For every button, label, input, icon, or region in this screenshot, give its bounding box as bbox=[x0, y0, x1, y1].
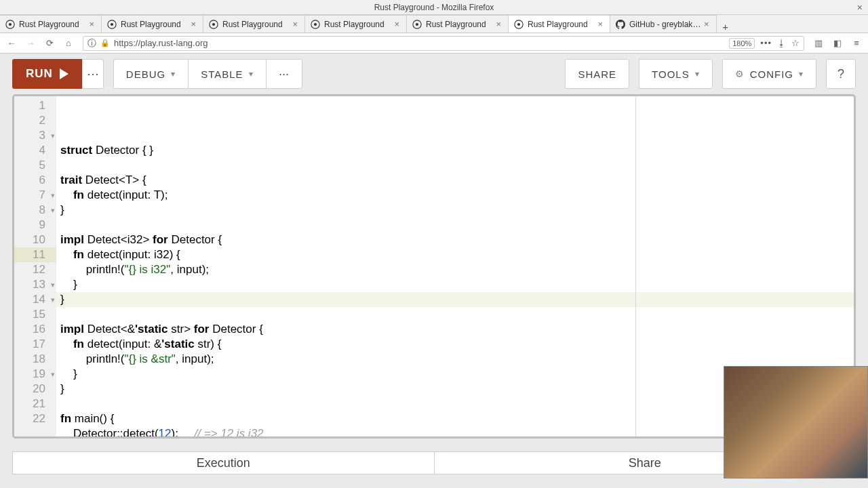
debug-dropdown[interactable]: DEBUG▾ bbox=[113, 59, 189, 89]
run-label: RUN bbox=[26, 67, 53, 81]
home-icon[interactable]: ⌂ bbox=[61, 36, 76, 51]
chevron-down-icon: ▾ bbox=[695, 69, 700, 79]
line-number: 19 bbox=[14, 367, 56, 382]
ruler-guide bbox=[635, 96, 636, 436]
line-number: 16 bbox=[14, 322, 56, 337]
browser-tab[interactable]: Rust Playground× bbox=[0, 15, 102, 33]
code-line[interactable]: impl Detect<&'static str> for Detector { bbox=[56, 322, 854, 337]
browser-tab[interactable]: Rust Playground× bbox=[407, 15, 509, 33]
tools-dropdown[interactable]: TOOLS▾ bbox=[639, 59, 713, 89]
code-line[interactable]: println!("{} is &str", input); bbox=[56, 352, 854, 367]
url-input[interactable]: ⓘ 🔒 https://play.rust-lang.org 180% ••• … bbox=[83, 36, 804, 51]
channel-dropdown[interactable]: STABLE▾ bbox=[189, 59, 266, 89]
line-number-gutter: 12345678910111213141516171819202122 bbox=[14, 96, 56, 436]
line-number: 9 bbox=[14, 218, 56, 232]
rust-icon bbox=[5, 20, 15, 29]
code-line[interactable]: impl Detect<i32> for Detector { bbox=[56, 232, 854, 247]
code-line[interactable]: fn detect(input: T); bbox=[56, 188, 854, 203]
run-options-button[interactable]: ⋯ bbox=[82, 59, 104, 89]
svg-point-9 bbox=[416, 22, 418, 25]
line-number: 22 bbox=[14, 411, 56, 426]
url-text: https://play.rust-lang.org bbox=[114, 38, 725, 48]
sidebar-icon[interactable]: ◧ bbox=[830, 36, 845, 51]
github-icon bbox=[616, 20, 625, 29]
share-button[interactable]: SHARE bbox=[565, 59, 629, 89]
page-actions-icon[interactable]: ••• bbox=[760, 38, 772, 48]
chevron-down-icon: ▾ bbox=[171, 69, 176, 79]
browser-tab[interactable]: Rust Playground× bbox=[305, 15, 407, 33]
browser-tab[interactable]: Rust Playground× bbox=[203, 15, 305, 33]
line-number: 20 bbox=[14, 382, 56, 396]
browser-tab[interactable]: Rust Playground× bbox=[509, 15, 610, 33]
line-number: 18 bbox=[14, 352, 56, 367]
url-bar: ← → ⟳ ⌂ ⓘ 🔒 https://play.rust-lang.org 1… bbox=[0, 33, 868, 54]
close-icon[interactable]: × bbox=[857, 2, 863, 13]
line-number: 15 bbox=[14, 307, 56, 322]
new-tab-button[interactable]: + bbox=[717, 21, 734, 33]
window-title: Rust Playground - Mozilla Firefox bbox=[374, 3, 494, 12]
tab-label: Rust Playground bbox=[324, 20, 384, 29]
rust-icon bbox=[514, 20, 524, 29]
download-icon[interactable]: ⭳ bbox=[777, 38, 786, 48]
forward-icon[interactable]: → bbox=[23, 36, 38, 51]
code-line[interactable]: } bbox=[56, 292, 854, 307]
tab-label: Rust Playground bbox=[426, 20, 486, 29]
library-icon[interactable]: ▥ bbox=[811, 36, 826, 51]
chevron-down-icon: ▾ bbox=[799, 69, 804, 79]
tab-strip: Rust Playground×Rust Playground×Rust Pla… bbox=[0, 15, 868, 33]
code-line[interactable] bbox=[56, 218, 854, 232]
code-line[interactable]: fn detect(input: i32) { bbox=[56, 247, 854, 262]
close-icon[interactable]: × bbox=[703, 19, 711, 29]
tab-label: Rust Playground bbox=[121, 20, 181, 29]
execution-tab[interactable]: Execution bbox=[13, 452, 434, 474]
tab-label: GitHub - greyblake/... bbox=[629, 20, 703, 29]
code-line[interactable]: fn detect(input: &'static str) { bbox=[56, 337, 854, 352]
line-number: 11 bbox=[14, 247, 56, 262]
run-button[interactable]: RUN bbox=[12, 59, 82, 89]
rust-icon bbox=[412, 20, 422, 29]
line-number: 21 bbox=[14, 396, 56, 411]
close-icon[interactable]: × bbox=[87, 19, 96, 29]
play-icon bbox=[60, 68, 68, 79]
line-number: 17 bbox=[14, 337, 56, 352]
line-number: 6 bbox=[14, 173, 56, 188]
line-number: 8 bbox=[14, 203, 56, 218]
browser-tab[interactable]: GitHub - greyblake/...× bbox=[610, 15, 717, 33]
rust-icon bbox=[107, 20, 117, 29]
close-icon[interactable]: × bbox=[291, 19, 299, 29]
webcam-overlay bbox=[724, 366, 868, 479]
bookmark-icon[interactable]: ☆ bbox=[791, 38, 800, 48]
close-icon[interactable]: × bbox=[494, 19, 502, 29]
close-icon[interactable]: × bbox=[189, 19, 197, 29]
code-line[interactable]: trait Detect<T> { bbox=[56, 173, 854, 188]
mode-options-button[interactable]: ⋯ bbox=[267, 59, 302, 89]
code-line[interactable]: struct Detector { } bbox=[56, 143, 854, 158]
code-line[interactable] bbox=[56, 307, 854, 322]
line-number: 10 bbox=[14, 232, 56, 247]
window-titlebar: Rust Playground - Mozilla Firefox × bbox=[0, 0, 868, 15]
svg-point-7 bbox=[314, 22, 317, 25]
help-button[interactable]: ? bbox=[826, 59, 856, 89]
menu-icon[interactable]: ≡ bbox=[849, 36, 864, 51]
back-icon[interactable]: ← bbox=[4, 36, 19, 51]
browser-tab[interactable]: Rust Playground× bbox=[102, 15, 203, 33]
line-number: 7 bbox=[14, 188, 56, 203]
rust-icon bbox=[209, 20, 218, 29]
reload-icon[interactable]: ⟳ bbox=[42, 36, 57, 51]
svg-point-5 bbox=[212, 22, 215, 25]
info-icon[interactable]: ⓘ bbox=[87, 37, 96, 49]
code-line[interactable]: println!("{} is i32", input); bbox=[56, 262, 854, 277]
code-line[interactable]: } bbox=[56, 203, 854, 218]
lock-icon: 🔒 bbox=[100, 39, 110, 47]
close-icon[interactable]: × bbox=[393, 19, 401, 29]
svg-point-3 bbox=[111, 22, 113, 25]
config-dropdown[interactable]: ⚙ CONFIG▾ bbox=[722, 59, 816, 89]
rust-icon bbox=[311, 20, 320, 29]
line-number: 14 bbox=[14, 292, 56, 307]
code-line[interactable] bbox=[56, 158, 854, 173]
line-number: 5 bbox=[14, 158, 56, 173]
close-icon[interactable]: × bbox=[596, 19, 604, 29]
zoom-indicator[interactable]: 180% bbox=[729, 38, 755, 49]
svg-point-11 bbox=[517, 22, 520, 25]
code-line[interactable]: } bbox=[56, 277, 854, 292]
